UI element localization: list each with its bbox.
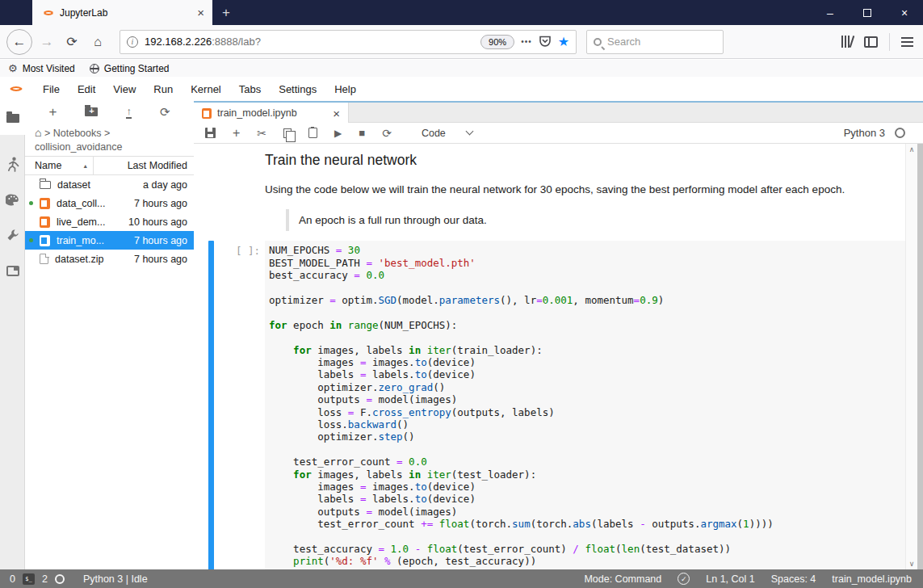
notebook-content[interactable]: Train the neural network Using the code … — [194, 144, 923, 569]
file-row-train-mo-[interactable]: train_mo...7 hours ago — [25, 231, 194, 250]
sidebar-tab-commands[interactable] — [0, 182, 25, 217]
breadcrumb-folder[interactable]: Notebooks — [53, 128, 102, 139]
back-button[interactable]: ← — [6, 29, 32, 55]
gear-icon: ⚙ — [8, 62, 18, 74]
menu-kernel[interactable]: Kernel — [182, 83, 230, 95]
trusted-notebook-icon: ✓ — [678, 573, 690, 585]
menu-view[interactable]: View — [104, 83, 145, 95]
file-row-dataset-zip[interactable]: dataset.zip7 hours ago — [25, 250, 194, 268]
notebook-scrollbar[interactable]: ∧ ∨ — [905, 144, 917, 569]
new-launcher-button[interactable]: + — [48, 104, 57, 120]
url-bar[interactable]: i 192.168.2.226:8888/lab? 90% ••• ★ — [120, 30, 577, 54]
page-actions-icon[interactable]: ••• — [521, 37, 532, 46]
cell-type-dropdown[interactable]: Code — [422, 128, 472, 139]
column-name[interactable]: Name — [25, 160, 61, 171]
kernel-status-icon — [895, 128, 905, 138]
notebook-tab-title: train_model.ipynb — [217, 107, 327, 119]
file-row-dataset[interactable]: dataseta day ago — [25, 175, 194, 194]
sidebar-tab-running[interactable] — [0, 146, 25, 182]
browser-tab-jupyterlab[interactable]: JupyterLab × — [32, 0, 212, 25]
menu-hamburger-icon[interactable] — [901, 37, 913, 47]
forward-button[interactable]: → — [37, 34, 57, 50]
notebook-tab-close-icon[interactable]: × — [333, 107, 340, 120]
kernel-name: Python 3 — [844, 127, 885, 139]
menu-file[interactable]: File — [34, 83, 69, 95]
folder-icon — [40, 181, 51, 189]
upload-button[interactable]: ↑ — [126, 106, 132, 119]
notebook-tabbar: train_model.ipynb × — [194, 101, 923, 123]
tab-spaces-indicator[interactable]: Spaces: 4 — [771, 573, 816, 585]
tab-close-icon[interactable]: × — [197, 6, 204, 19]
pocket-icon[interactable] — [539, 36, 552, 48]
bookmark-star-icon[interactable]: ★ — [558, 36, 569, 48]
notebook-file-icon — [202, 108, 212, 119]
interrupt-kernel-button[interactable]: ■ — [359, 128, 365, 138]
tab-spacer — [0, 0, 32, 25]
site-info-icon[interactable]: i — [127, 36, 138, 48]
menu-settings[interactable]: Settings — [270, 83, 325, 95]
library-icon[interactable] — [841, 36, 853, 48]
cursor-position[interactable]: Ln 1, Col 1 — [706, 573, 754, 585]
sidebar-tab-open-tabs[interactable] — [0, 253, 25, 288]
kernel-indicator[interactable]: Python 3 — [844, 127, 923, 139]
paste-cells-button[interactable] — [308, 128, 317, 138]
url-host: 192.168.2.226 — [145, 36, 212, 48]
menu-run[interactable]: Run — [145, 83, 182, 95]
zoom-level-badge[interactable]: 90% — [480, 35, 514, 49]
run-cell-button[interactable]: ▶ — [334, 128, 342, 138]
terminals-count[interactable]: 0 — [10, 573, 15, 585]
copy-cells-button[interactable] — [283, 128, 292, 138]
page-scrollbar[interactable] — [917, 144, 923, 569]
code-line — [269, 531, 905, 543]
minimize-button[interactable]: – — [812, 0, 849, 25]
menu-help[interactable]: Help — [325, 83, 365, 95]
file-list-header[interactable]: Name ▲ Last Modified — [25, 156, 194, 175]
code-line: labels = labels.to(device) — [269, 368, 905, 380]
refresh-filebrowser-button[interactable]: ⟳ — [160, 105, 170, 120]
notebook-dock-panel: train_model.ipynb × + ✂ ▶ ■ ⟳ Code — [194, 101, 923, 569]
home-button[interactable]: ⌂ — [87, 35, 108, 49]
breadcrumb-home-icon[interactable]: ⌂ — [35, 126, 41, 139]
file-row-live-dem-[interactable]: live_dem...10 hours ago — [25, 212, 194, 231]
notebook-tab[interactable]: train_model.ipynb × — [194, 103, 349, 124]
jupyterlab-app: FileEditViewRunKernelTabsSettingsHelp — [0, 77, 923, 569]
kernels-count[interactable]: 2 — [42, 573, 48, 585]
restart-kernel-button[interactable]: ⟳ — [382, 128, 392, 139]
maximize-button[interactable] — [849, 0, 886, 25]
add-cell-button[interactable]: + — [233, 127, 240, 140]
kernel-status-text[interactable]: Python 3 | Idle — [83, 573, 148, 585]
column-modified[interactable]: Last Modified — [128, 160, 187, 171]
new-tab-button[interactable]: + — [212, 0, 240, 25]
cell-collapser-bar[interactable] — [208, 241, 214, 569]
code-line: optimizer = optim.SGD(model.parameters()… — [269, 294, 905, 306]
code-line: test_error_count += float(torch.sum(torc… — [269, 518, 905, 530]
jupyter-favicon-icon — [40, 6, 53, 19]
code-line: BEST_MODEL_PATH = 'best_model.pth' — [269, 257, 905, 269]
close-window-button[interactable]: × — [886, 0, 923, 25]
markdown-blockquote: An epoch is a full run through our data. — [286, 209, 891, 231]
sidebar-tab-inspector[interactable] — [0, 217, 25, 253]
code-line: optimizer.step() — [269, 430, 905, 443]
save-button[interactable] — [205, 128, 216, 138]
menu-edit[interactable]: Edit — [69, 83, 104, 95]
sidebar-tab-filebrowser[interactable] — [0, 101, 25, 135]
code-editor[interactable]: NUM_EPOCHS = 30BEST_MODEL_PATH = 'best_m… — [265, 241, 905, 569]
markdown-cell[interactable]: Train the neural network Using the code … — [194, 144, 923, 231]
file-browser-toolbar: + ↑ ⟳ — [25, 101, 194, 123]
bookmark-label: Getting Started — [104, 63, 170, 74]
search-bar[interactable]: Search — [586, 30, 724, 54]
file-row-data-coll-[interactable]: data_coll...7 hours ago — [25, 194, 194, 212]
scroll-up-icon[interactable]: ∧ — [906, 145, 917, 153]
bookmark-most-visited[interactable]: ⚙ Most Visited — [8, 62, 75, 74]
new-folder-button[interactable] — [85, 107, 98, 116]
command-mode-indicator[interactable]: Mode: Command — [584, 573, 661, 585]
menu-tabs[interactable]: Tabs — [230, 83, 270, 95]
reload-button[interactable]: ⟳ — [61, 34, 82, 49]
bookmark-getting-started[interactable]: Getting Started — [90, 63, 170, 74]
statusbar-filename: train_model.ipynb — [832, 573, 912, 585]
sidebars-icon[interactable] — [864, 36, 878, 48]
scroll-down-icon[interactable]: ∨ — [906, 560, 917, 568]
cut-cells-button[interactable]: ✂ — [257, 128, 266, 139]
code-cell[interactable]: [ ]: NUM_EPOCHS = 30BEST_MODEL_PATH = 'b… — [194, 241, 923, 569]
notebook-icon — [40, 198, 50, 209]
